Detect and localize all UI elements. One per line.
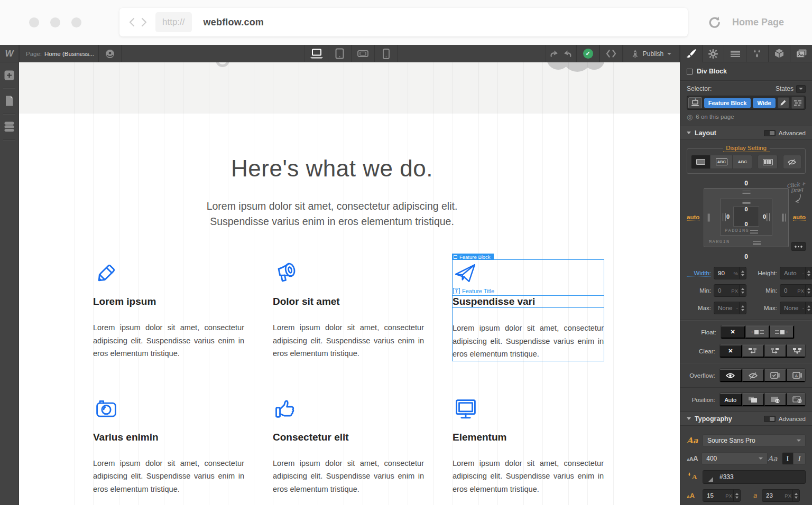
margin-left-value[interactable]: auto [687, 214, 699, 221]
feature-card-selected[interactable]: Feature Block T Feature Title Suspendiss… [453, 260, 604, 361]
feature-card[interactable]: Lorem ipsum Lorem ipsum dolor sit amet, … [93, 260, 244, 361]
states-dropdown[interactable]: States [776, 85, 806, 93]
tab-assets[interactable] [790, 45, 812, 62]
feature-paragraph[interactable]: Lorem ipsum dolor sit amet, consectetur … [93, 307, 244, 360]
advanced-toggle[interactable] [764, 416, 776, 422]
stepper[interactable] [739, 302, 746, 314]
tab-interactions[interactable] [746, 45, 768, 62]
float-right-button[interactable]: + [770, 325, 794, 339]
drag-handle[interactable] [742, 201, 750, 204]
position-fixed-button[interactable] [787, 393, 806, 406]
section-heading[interactable]: Here's what we do. [19, 155, 645, 182]
edit-class-button[interactable] [778, 97, 789, 108]
overflow-hidden-button[interactable] [742, 369, 764, 382]
max-width-field[interactable]: None - [714, 302, 746, 314]
feature-paragraph[interactable]: Lorem ipsum dolor sit amet, consectetur … [93, 443, 244, 496]
height-field[interactable]: Auto - [780, 267, 812, 279]
window-controls[interactable] [29, 17, 81, 27]
display-columns-button[interactable] [758, 155, 777, 169]
padding-top-value[interactable]: 0 [744, 206, 748, 212]
feature-title[interactable]: Varius enimin [93, 432, 244, 443]
window-dot[interactable] [71, 17, 81, 27]
feature-card[interactable]: Dolor sit amet Lorem ipsum dolor sit ame… [273, 260, 424, 361]
thumbs-up-icon[interactable] [273, 396, 424, 432]
margin-right-value[interactable]: auto [793, 214, 806, 221]
pages-button[interactable] [0, 88, 19, 114]
feature-title[interactable]: Dolor sit amet [273, 296, 424, 307]
camera-icon[interactable] [93, 396, 244, 432]
stepper[interactable] [805, 267, 812, 279]
class-chip[interactable]: Wide [753, 98, 775, 108]
margin-top-value[interactable]: 0 [744, 180, 748, 187]
drag-handle[interactable] [753, 241, 761, 245]
display-block-button[interactable] [691, 155, 710, 169]
tab-components[interactable] [768, 45, 790, 62]
drag-handle[interactable] [782, 214, 786, 222]
float-none-button[interactable]: ✕ [721, 325, 745, 339]
display-none-button[interactable] [783, 155, 801, 169]
drag-handle[interactable] [707, 214, 710, 222]
section-subtitle[interactable]: Lorem ipsum dolor sit amet, consectetur … [19, 199, 645, 229]
overflow-auto-button[interactable]: A [787, 369, 806, 382]
monitor-icon[interactable] [453, 396, 604, 432]
paper-plane-icon[interactable]: T Feature Title [453, 260, 604, 296]
max-height-field[interactable]: None - [780, 302, 812, 314]
feature-title[interactable]: Elementum [453, 432, 604, 443]
overflow-visible-button[interactable] [720, 369, 742, 382]
undo-icon[interactable] [549, 50, 559, 58]
color-swatch[interactable] [708, 477, 713, 482]
stepper[interactable] [733, 490, 740, 501]
feature-title[interactable]: Suspendisse vari [453, 296, 604, 308]
overflow-scroll-button[interactable] [764, 369, 787, 382]
feature-paragraph[interactable]: Lorem ipsum dolor sit amet, consectetur … [453, 308, 604, 361]
chevron-down-icon[interactable] [796, 85, 806, 93]
tab-settings[interactable] [702, 45, 724, 62]
refresh-icon[interactable] [708, 16, 721, 30]
url-text[interactable]: webflow.com [204, 17, 264, 28]
publish-button[interactable]: Publish [623, 45, 680, 62]
feature-card[interactable]: Consectetur elit Lorem ipsum dolor sit a… [273, 396, 424, 496]
feature-paragraph[interactable]: Lorem ipsum dolor sit amet, consectetur … [273, 443, 424, 496]
position-auto-button[interactable]: Auto [720, 393, 742, 406]
inheritance-menu-button[interactable] [791, 97, 804, 109]
window-dot[interactable] [50, 17, 60, 27]
min-width-field[interactable]: 0 PX [714, 284, 746, 297]
window-dot[interactable] [29, 17, 39, 27]
font-size-field[interactable]: 15 PX [703, 489, 741, 502]
stepper[interactable] [739, 267, 746, 279]
position-absolute-button[interactable] [764, 393, 787, 406]
feature-title[interactable]: Lorem ipsum [93, 296, 244, 307]
feature-card[interactable]: Elementum Lorem ipsum dolor sit amet, co… [453, 396, 604, 496]
advanced-toggle[interactable] [764, 130, 776, 136]
cms-button[interactable] [0, 114, 19, 139]
font-color-field[interactable]: #333 [703, 470, 806, 484]
more-spacing-options-button[interactable] [791, 242, 806, 251]
class-chip[interactable]: Feature Block [704, 98, 751, 108]
feature-paragraph[interactable]: Lorem ipsum dolor sit amet, consectetur … [453, 443, 604, 496]
feature-card[interactable]: Varius enimin Lorem ipsum dolor sit amet… [93, 396, 244, 496]
line-height-field[interactable]: 23 PX [762, 489, 800, 502]
style-italic-button[interactable]: I [793, 452, 806, 465]
back-icon[interactable] [129, 17, 135, 27]
clear-none-button[interactable]: ✕ [720, 344, 742, 358]
margin-bottom-value[interactable]: 0 [744, 253, 748, 260]
font-weight-select[interactable]: 400 [702, 452, 768, 465]
url-bar[interactable]: http:// webflow.com [119, 8, 688, 36]
device-tablet-button[interactable] [328, 45, 351, 62]
saved-status-button[interactable]: ✓ [576, 45, 599, 62]
padding-left-value[interactable]: 0 [726, 213, 730, 220]
min-height-field[interactable]: 0 PX [780, 284, 812, 297]
position-relative-button[interactable] [742, 393, 764, 406]
typography-section-header[interactable]: Typography Advanced [680, 412, 812, 426]
drag-handle[interactable] [723, 213, 726, 221]
float-left-button[interactable]: + [745, 325, 770, 339]
feature-title-label[interactable]: T Feature Title [453, 288, 494, 294]
feature-title[interactable]: Consectetur elit [273, 432, 424, 443]
margin-ring[interactable]: MARGIN PADDING 0 0 0 0 [704, 188, 789, 247]
stepper[interactable] [792, 490, 799, 501]
megaphone-icon[interactable] [273, 260, 424, 296]
display-inline-button[interactable]: ABC [733, 155, 752, 169]
box-model-editor[interactable]: 0 auto auto 0 MARGIN PADDING 0 0 [687, 181, 806, 265]
drag-handle[interactable] [767, 213, 770, 221]
selector-field[interactable]: * Feature Block Wide [687, 96, 806, 110]
